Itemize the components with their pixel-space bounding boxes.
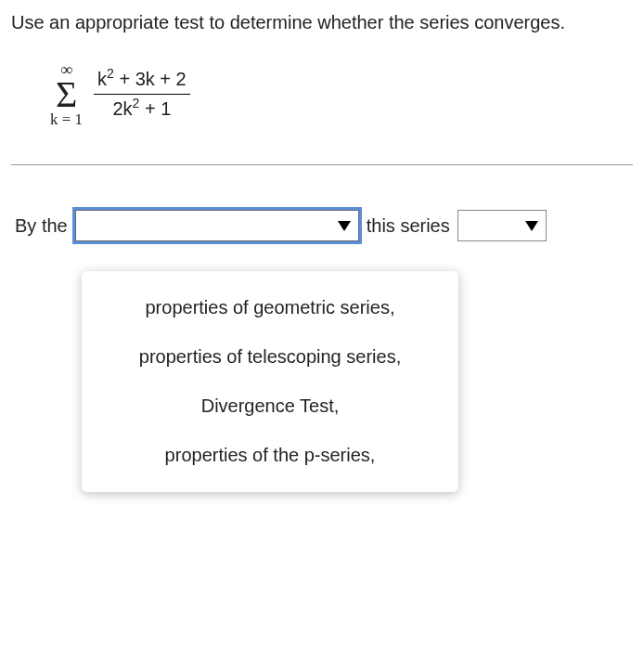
- series-formula: ∞ Σ k = 1 k2 + 3k + 2 2k2 + 1: [50, 61, 633, 127]
- answer-row: By the this series: [15, 210, 633, 241]
- dropdown-panel: properties of geometric series, properti…: [82, 271, 458, 492]
- sigma-symbol: Σ: [56, 78, 77, 111]
- sigma-notation: ∞ Σ k = 1: [50, 61, 83, 127]
- dropdown-option-telescoping[interactable]: properties of telescoping series,: [139, 346, 401, 368]
- dropdown-option-divergence[interactable]: Divergence Test,: [201, 395, 340, 417]
- sigma-lower-limit: k = 1: [50, 111, 83, 127]
- numerator: k2 + 3k + 2: [94, 69, 190, 95]
- section-divider: [11, 164, 633, 165]
- denominator: 2k2 + 1: [109, 95, 174, 120]
- result-select[interactable]: [457, 210, 547, 241]
- test-select[interactable]: [75, 210, 359, 241]
- chevron-down-icon: [338, 221, 351, 231]
- chevron-down-icon: [525, 221, 538, 231]
- answer-middle: this series: [367, 215, 450, 237]
- fraction: k2 + 3k + 2 2k2 + 1: [94, 69, 190, 120]
- question-text: Use an appropriate test to determine whe…: [11, 9, 633, 35]
- dropdown-option-geometric[interactable]: properties of geometric series,: [145, 297, 394, 318]
- dropdown-option-pseries[interactable]: properties of the p-series,: [165, 445, 376, 466]
- answer-prefix: By the: [15, 215, 68, 237]
